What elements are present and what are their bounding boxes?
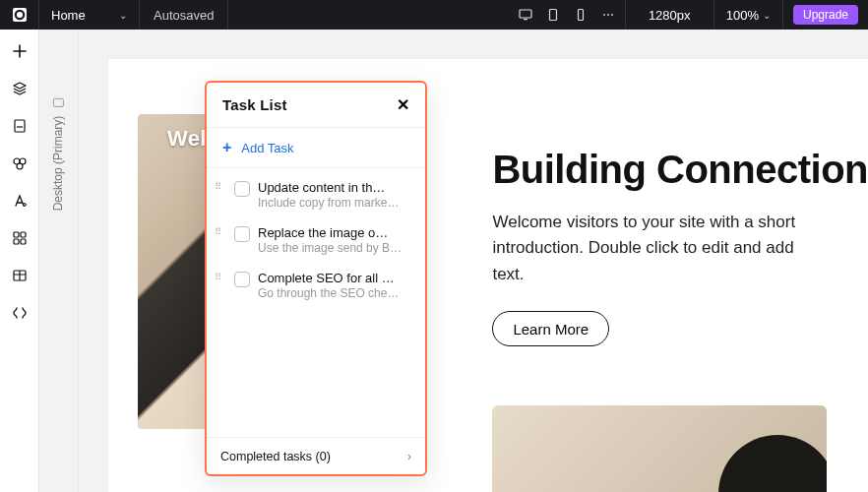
autosave-status: Autosaved [140,0,228,30]
layers-tool-icon[interactable] [11,81,29,96]
task-list-panel: Task List ✕ + Add Task ⠿ Update content … [205,81,427,476]
breakpoint-strip[interactable]: Desktop (Primary) [39,30,79,492]
svg-rect-2 [520,10,531,18]
page-icon [53,98,65,108]
theme-tool-icon[interactable] [11,155,29,171]
svg-rect-6 [15,120,25,132]
task-list-title: Task List [222,96,287,113]
close-icon[interactable]: ✕ [397,95,409,114]
svg-point-10 [23,204,26,207]
drag-handle-icon[interactable]: ⠿ [215,180,226,192]
hero-body-line: introduction. Double click to edit and a… [492,238,793,257]
app-logo[interactable] [0,0,39,30]
mobile-device-icon[interactable] [574,8,588,22]
tablet-device-icon[interactable] [546,8,560,22]
desktop-device-icon[interactable] [519,8,532,22]
hero-body[interactable]: Welcome visitors to your site with a sho… [492,210,807,287]
hero-body-line: Welcome visitors to your site with a sho… [492,213,795,231]
task-list: ⠿ Update content in th… Include copy fro… [207,167,425,312]
svg-rect-4 [549,10,556,21]
svg-rect-16 [54,99,64,107]
task-title: Complete SEO for all … [258,271,413,285]
code-tool-icon[interactable] [11,305,29,321]
secondary-image-card[interactable] [492,405,827,492]
page-selector-label: Home [51,8,86,23]
task-row: ⠿ Replace the image o… Use the image sen… [207,217,425,263]
apps-tool-icon[interactable] [11,230,29,246]
table-tool-icon[interactable] [11,268,29,283]
canvas[interactable]: Welcome Building Connection Welcome visi… [79,30,868,492]
task-checkbox[interactable] [234,226,250,242]
chevron-down-icon: ⌄ [119,10,127,21]
upgrade-button[interactable]: Upgrade [793,5,858,25]
task-subtitle: Include copy from marke… [258,196,413,210]
chevron-down-icon: ⌄ [763,10,771,21]
add-tool-icon[interactable] [11,43,29,59]
task-subtitle: Go through the SEO che… [258,286,413,300]
page-selector[interactable]: Home ⌄ [39,0,140,30]
svg-rect-5 [578,10,583,21]
svg-rect-3 [524,19,527,20]
svg-rect-12 [21,232,26,237]
hero-body-line: text. [492,265,524,283]
hero-text-col: Building Connection Welcome visitors to … [455,59,868,492]
task-list-header: Task List ✕ [207,83,425,128]
text-tool-icon[interactable] [11,193,29,209]
top-bar: Home ⌄ Autosaved ⋯ 1280px 100% ⌄ Upgrade [0,0,868,30]
svg-rect-13 [14,239,19,244]
zoom-selector[interactable]: 100% ⌄ [714,0,783,30]
pages-tool-icon[interactable] [11,118,29,134]
completed-tasks-label: Completed tasks (0) [220,450,331,463]
learn-more-button[interactable]: Learn More [492,311,609,346]
task-row: ⠿ Update content in th… Include copy fro… [207,172,425,217]
chevron-right-icon: › [407,450,411,463]
hero-headline[interactable]: Building Connection [492,148,868,192]
drag-handle-icon[interactable]: ⠿ [215,271,226,282]
more-devices-icon[interactable]: ⋯ [601,8,615,22]
completed-tasks-toggle[interactable]: Completed tasks (0) › [207,437,425,474]
svg-rect-11 [14,232,19,237]
breakpoint-label: Desktop (Primary) [52,116,66,212]
task-title: Update content in th… [258,180,413,195]
left-tool-rail [0,30,39,492]
task-text[interactable]: Complete SEO for all … Go through the SE… [258,271,413,300]
zoom-value: 100% [726,8,759,23]
task-checkbox[interactable] [234,272,250,287]
task-title: Replace the image o… [258,225,413,240]
task-row: ⠿ Complete SEO for all … Go through the … [207,263,425,308]
drag-handle-icon[interactable]: ⠿ [215,225,226,237]
add-task-label: Add Task [241,141,293,155]
add-task-button[interactable]: + Add Task [207,128,425,167]
device-preview-group: ⋯ [509,0,626,30]
canvas-width-display[interactable]: 1280px [626,0,714,30]
task-text[interactable]: Replace the image o… Use the image send … [258,225,413,255]
task-checkbox[interactable] [234,181,250,197]
task-subtitle: Use the image send by B… [258,241,413,255]
svg-point-9 [17,163,23,169]
plus-icon: + [222,140,231,155]
task-text[interactable]: Update content in th… Include copy from … [258,180,413,210]
svg-rect-14 [21,239,26,244]
